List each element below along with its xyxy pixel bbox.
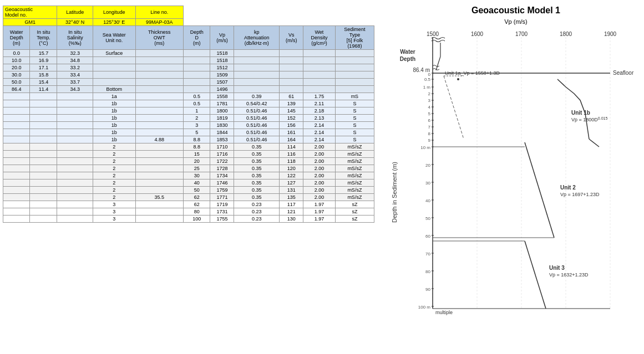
svg-text:1700: 1700: [515, 31, 528, 37]
table-row: 36217190.231171.97sZ: [3, 201, 374, 208]
table-row: 1a0.515580.39611.75mS: [3, 93, 374, 100]
model-number: GM1: [3, 19, 57, 26]
table-row: 1b518440.51/0.461612.14S: [3, 129, 374, 136]
table-row: 30.015.833.41509: [3, 71, 374, 79]
svg-text:Unit 3: Unit 3: [549, 265, 565, 271]
svg-text:1500: 1500: [427, 31, 439, 37]
svg-text:multiple: multiple: [435, 310, 453, 315]
table-row: 23017340.351222.00mS/sZ: [3, 172, 374, 179]
header-longitude: Longitude: [93, 6, 135, 19]
table-row: 310017550.231301.97sZ: [3, 216, 374, 223]
svg-text:40: 40: [425, 198, 430, 203]
svg-text:60: 60: [425, 234, 430, 239]
svg-text:4: 4: [428, 105, 431, 110]
table-row: 86.411.434.3Bottom1496: [3, 86, 374, 93]
header-lineno: Line no.: [135, 6, 184, 19]
header-latitude: Latitude: [57, 6, 93, 19]
svg-text:50: 50: [425, 216, 430, 221]
table-row: 38017310.231211.97sZ: [3, 208, 374, 216]
table-row: 1b4.888.818530.51/0.461642.14S: [3, 136, 374, 143]
table-row: 20.017.133.21512: [3, 64, 374, 71]
svg-text:10 m: 10 m: [420, 145, 430, 150]
col-kp: kpAttenuation(db/kHz·m): [234, 26, 280, 50]
svg-text:1800: 1800: [560, 31, 572, 37]
table-row: 1b118000.51/0.461452.18S: [3, 107, 374, 115]
col-insitu-temp: In situTemp.(°C): [30, 26, 57, 50]
svg-text:0.5: 0.5: [424, 77, 431, 82]
svg-text:Vp = 1800D0.015: Vp = 1800D0.015: [571, 116, 607, 122]
svg-line-79: [436, 57, 440, 70]
svg-text:0: 0: [428, 72, 431, 77]
svg-text:90: 90: [425, 287, 430, 292]
table-row: 0.015.732.3Surface1518: [3, 50, 374, 57]
right-panel: Geoacoustic Model 1 Vp (m/s) 1500 1600 1…: [377, 0, 644, 354]
svg-text:3: 3: [428, 98, 431, 103]
svg-text:8: 8: [428, 131, 431, 136]
table-row: 1b218190.51/0.461522.13S: [3, 115, 374, 122]
svg-text:Depth in Sediment (m): Depth in Sediment (m): [391, 162, 398, 223]
svg-line-65: [589, 139, 599, 147]
svg-point-61: [457, 78, 459, 80]
svg-text:Unit 1b: Unit 1b: [571, 110, 590, 116]
left-panel: GeoacousticModel no. Latitude Longitude …: [0, 0, 377, 354]
svg-text:1600: 1600: [471, 31, 484, 37]
col-vp: Vp(m/s): [210, 26, 234, 50]
chart-title: Geoacoustic Model 1: [388, 6, 643, 16]
lineno-value: 99MAP-03A: [135, 19, 184, 26]
table-row: 50.015.433.71507: [3, 79, 374, 86]
svg-text:Unit 1a_Vp = 1558+1.3D: Unit 1a_Vp = 1558+1.3D: [445, 70, 500, 76]
table-row: 10.016.934.81518: [3, 57, 374, 64]
table-row: 21517160.351162.00mS/sZ: [3, 151, 374, 158]
svg-text:7: 7: [428, 125, 431, 130]
svg-text:20: 20: [425, 163, 430, 168]
table-row: 22517280.351202.00mS/sZ: [3, 165, 374, 172]
svg-text:Seafloor: Seafloor: [613, 70, 634, 76]
table-row: 1b318300.51/0.461562.14S: [3, 122, 374, 129]
col-seawater-unit: Sea WaterUnit no.: [93, 26, 135, 50]
svg-line-62: [444, 76, 464, 139]
svg-text:Water: Water: [400, 49, 415, 55]
latitude-value: 32°40' N: [57, 19, 93, 26]
svg-text:6: 6: [428, 118, 431, 123]
svg-line-68: [525, 142, 554, 238]
svg-text:1 m: 1 m: [423, 85, 431, 90]
table-row: 1b0.517810.54/0.421392.11S: [3, 100, 374, 107]
svg-text:9: 9: [428, 138, 431, 143]
svg-text:Unit 2: Unit 2: [560, 184, 576, 191]
col-water-depth: WaterDepth(m): [3, 26, 30, 50]
svg-text:Vp = 1632+1.23D: Vp = 1632+1.23D: [549, 272, 589, 278]
table-row: 22017220.351182.00mS/sZ: [3, 158, 374, 165]
geoacoustic-table: GeoacousticModel no. Latitude Longitude …: [3, 6, 374, 223]
col-thickness: ThicknessOWT(ms): [135, 26, 184, 50]
svg-text:Vp = 1697+1.23D: Vp = 1697+1.23D: [560, 192, 600, 197]
table-row: 235.56217710.351352.00mS/sZ: [3, 194, 374, 201]
col-density: WetDensity(g/cm³): [303, 26, 336, 50]
longitude-value: 125°30' E: [93, 19, 135, 26]
svg-text:Depth: Depth: [400, 56, 415, 62]
svg-text:5: 5: [428, 111, 431, 116]
geoacoustic-chart: 1500 1600 1700 1800 1900 Water Depth 86.…: [388, 26, 643, 336]
table-row: 25017590.351312.00mS/sZ: [3, 187, 374, 194]
svg-text:30: 30: [425, 181, 430, 186]
col-vs: Vs(m/s): [280, 26, 303, 50]
svg-text:100 m: 100 m: [418, 305, 431, 310]
svg-text:1900: 1900: [604, 31, 617, 37]
col-sediment: SedimentType[5] Folk(1968): [335, 26, 374, 50]
svg-text:86.4 m: 86.4 m: [413, 67, 430, 73]
col-insitu-sal: In situSalinity(%‰): [57, 26, 93, 50]
table-row: 28.817100.351142.00mS/sZ: [3, 143, 374, 151]
svg-text:80: 80: [425, 269, 430, 274]
col-depth: DepthD(m): [184, 26, 210, 50]
svg-text:2: 2: [428, 91, 431, 96]
table-row: 24017460.351272.00mS/sZ: [3, 179, 374, 187]
header-geoacoustic: GeoacousticModel no.: [3, 6, 57, 19]
svg-line-73: [525, 241, 546, 309]
svg-text:70: 70: [425, 252, 430, 256]
x-axis-label: Vp (m/s): [388, 18, 643, 25]
